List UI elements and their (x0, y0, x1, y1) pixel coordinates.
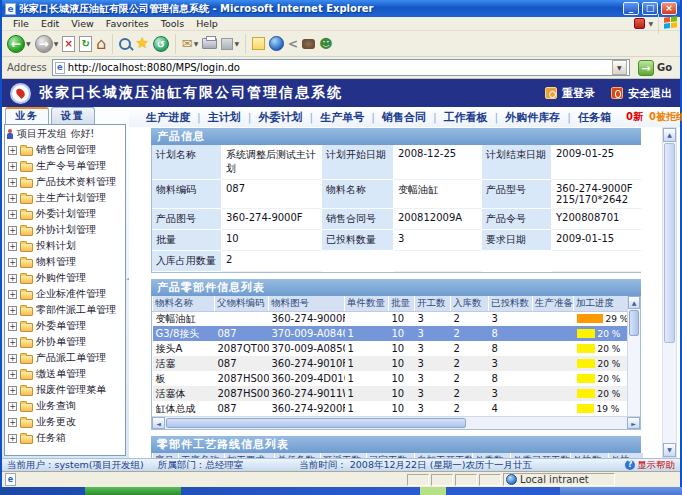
back-button[interactable]: ←▼ (7, 35, 31, 53)
sidebar-item[interactable]: +外协单管理 (5, 334, 125, 350)
windows-taskbar[interactable] (0, 487, 682, 495)
expand-plus-icon[interactable]: + (8, 226, 17, 235)
menu-item-help[interactable]: Help (190, 18, 224, 29)
relogin-link[interactable]: 重登录 (545, 86, 595, 101)
expand-plus-icon[interactable]: + (8, 258, 17, 267)
address-input[interactable]: e http://localhost:8080/MPS/login.do ▼ (52, 59, 630, 76)
expand-plus-icon[interactable]: + (8, 242, 17, 251)
sidebar-item[interactable]: +报废件管理菜单 (5, 382, 125, 398)
sidebar-item[interactable]: +外委计划管理 (5, 206, 125, 222)
expand-plus-icon[interactable]: + (8, 402, 17, 411)
scroll-right-icon[interactable]: ► (627, 417, 640, 429)
sidebar-item[interactable]: +业务查询 (5, 398, 125, 414)
nav-item[interactable]: 生产单号 (313, 110, 371, 125)
scroll-left-icon[interactable]: ◄ (152, 417, 165, 429)
sidebar-item[interactable]: +外协计划管理 (5, 222, 125, 238)
search-button[interactable] (119, 38, 131, 50)
page-scroll-down-icon[interactable]: ▼ (663, 443, 676, 457)
sidebar-item[interactable]: +主生产计划管理 (5, 190, 125, 206)
expand-plus-icon[interactable]: + (8, 194, 17, 203)
expand-plus-icon[interactable]: + (8, 418, 17, 427)
address-dropdown-icon[interactable]: ▼ (612, 60, 627, 75)
column-header[interactable]: 已投料数 (489, 296, 533, 311)
column-header[interactable]: 单件数量 (345, 296, 389, 311)
page-vertical-scrollbar[interactable]: ▲ ▼ (662, 127, 677, 458)
column-header[interactable]: 可派工数 (321, 453, 367, 458)
sidebar-item[interactable]: +生产令号单管理 (5, 158, 125, 174)
expand-plus-icon[interactable]: + (8, 434, 17, 443)
sidebar-item[interactable]: +外购件管理 (5, 270, 125, 286)
go-button[interactable]: → Go (635, 60, 675, 76)
mail-button[interactable]: ✉▼ (182, 37, 199, 50)
nav-item[interactable]: 生产进度 (139, 110, 197, 125)
page-scroll-thumb[interactable] (664, 143, 675, 343)
expand-plus-icon[interactable]: + (8, 146, 17, 155)
taskbar-button[interactable] (420, 487, 446, 495)
menu-item-tools[interactable]: Tools (155, 18, 190, 29)
column-header[interactable]: 父物料编码 (215, 296, 269, 311)
sidebar-item[interactable]: +产品派工单管理 (5, 350, 125, 366)
column-header[interactable]: 序号 (153, 453, 179, 458)
expand-plus-icon[interactable]: + (8, 210, 17, 219)
adobe-pdf-icon[interactable] (634, 18, 645, 29)
parts-row[interactable]: 接头A2087QT002370-009-A085011032820 % (153, 341, 630, 356)
sidebar-item[interactable]: +业务更改 (5, 414, 125, 430)
favorites-button[interactable]: ★ (135, 36, 148, 51)
stop-button[interactable]: × (62, 36, 75, 52)
notes-button[interactable] (252, 37, 265, 50)
column-header[interactable]: 入库数 (451, 296, 489, 311)
expand-plus-icon[interactable]: + (8, 290, 17, 299)
history-button[interactable]: ↺ (153, 36, 169, 52)
title-bar[interactable]: e 张家口长城液压油缸有限公司管理信息系统 - Microsoft Intern… (2, 0, 680, 17)
expand-plus-icon[interactable]: + (8, 354, 17, 363)
column-header[interactable]: 开工数 (415, 296, 451, 311)
sidebar-item[interactable]: +产品技术资料管理 (5, 174, 125, 190)
forward-button[interactable]: →▼ (35, 35, 59, 53)
im-button[interactable]: ☻ (319, 37, 333, 50)
nav-item[interactable]: 外购件库存 (498, 110, 567, 125)
parts-row[interactable]: G3/8接头087370-009-A084011032820 % (153, 326, 630, 341)
column-header[interactable]: 已完工数 (367, 453, 415, 458)
menu-item-view[interactable]: View (65, 18, 100, 29)
scroll-thumb[interactable] (629, 310, 639, 336)
scroll-up-icon[interactable]: ▲ (628, 296, 640, 309)
sidebar-item[interactable]: +企业标准件管理 (5, 286, 125, 302)
parts-vertical-scrollbar[interactable]: ▲ (627, 296, 640, 416)
nav-item[interactable]: 工作看板 (437, 110, 495, 125)
column-header[interactable]: 外协 (609, 453, 643, 458)
logout-link[interactable]: 安全退出 (611, 86, 672, 101)
sidebar-item[interactable]: +销售合同管理 (5, 142, 125, 158)
parts-row[interactable]: 活塞087360-274-9010F11032320 % (153, 356, 630, 371)
parts-horizontal-scrollbar[interactable]: ◄ ► (152, 416, 640, 429)
nav-item[interactable]: 主计划 (201, 110, 248, 125)
column-header[interactable]: 物料图号 (269, 296, 345, 311)
hscroll-thumb[interactable] (166, 418, 466, 428)
expand-plus-icon[interactable]: + (8, 274, 17, 283)
tab-设置[interactable]: 设置 (51, 107, 95, 124)
column-header[interactable]: 自加工开工数 (415, 453, 473, 458)
column-header[interactable]: 生产准备 (533, 296, 574, 311)
adobe-dropdown-icon[interactable]: ▼ (648, 20, 653, 27)
column-header[interactable]: 总任务数 (275, 453, 321, 458)
refresh-button[interactable]: ↻ (79, 36, 92, 52)
column-header[interactable]: 加工进度 (574, 296, 630, 311)
msn-button[interactable]: < (288, 38, 298, 50)
expand-plus-icon[interactable]: + (8, 370, 17, 379)
sidebar-item[interactable]: +缴送单管理 (5, 366, 125, 382)
sidebar-item[interactable]: +外委单管理 (5, 318, 125, 334)
nav-item[interactable]: 外委计划 (251, 110, 309, 125)
research-button[interactable] (302, 39, 315, 49)
nav-item[interactable]: 任务箱 (571, 110, 618, 125)
expand-plus-icon[interactable]: + (8, 338, 17, 347)
expand-plus-icon[interactable]: + (8, 306, 17, 315)
column-header[interactable]: 外委已开工数 (511, 453, 571, 458)
edit-button[interactable]: ▼ (221, 38, 239, 50)
column-header[interactable]: 物料名称 (153, 296, 215, 311)
tab-业务[interactable]: 业务 (5, 107, 49, 124)
sidebar-item[interactable]: +零部件派工单管理 (5, 302, 125, 318)
show-help-link[interactable]: ? 显示帮助 (625, 459, 675, 472)
taskbar-button[interactable] (85, 487, 181, 495)
menu-item-edit[interactable]: Edit (35, 18, 65, 29)
expand-plus-icon[interactable]: + (8, 178, 17, 187)
page-scroll-up-icon[interactable]: ▲ (663, 128, 676, 142)
